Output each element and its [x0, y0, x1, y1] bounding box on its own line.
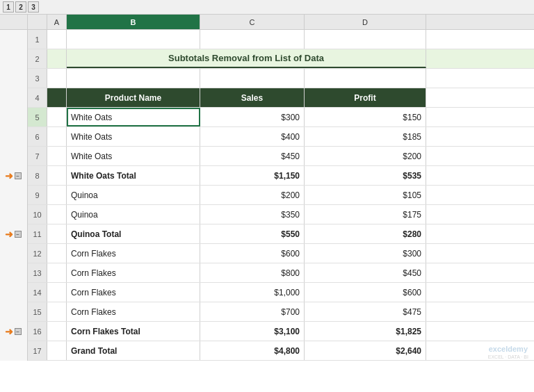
cell-17c[interactable]: $4,800 [200, 341, 305, 360]
cell-6a[interactable] [47, 127, 67, 146]
row-indicators: ➜ − ➜ − ➜ − [0, 30, 27, 361]
cell-17d[interactable]: $2,640 [305, 341, 426, 360]
cell-5d[interactable]: $150 [305, 108, 426, 126]
cell-11b[interactable]: Quinoa Total [67, 224, 200, 243]
cell-4d-header[interactable]: Profit [305, 88, 426, 107]
collapse-btn-16[interactable]: − [15, 328, 22, 335]
cell-2a[interactable] [47, 49, 67, 68]
left-panel: ➜ − ➜ − ➜ − [0, 15, 28, 361]
cell-6b[interactable]: White Oats [67, 127, 200, 146]
cell-14d[interactable]: $600 [305, 283, 426, 302]
row-ind-8: ➜ − [0, 166, 27, 186]
cell-7c[interactable]: $450 [200, 147, 305, 165]
row-num-16: 16 [28, 322, 47, 341]
cell-14c[interactable]: $1,000 [200, 283, 305, 302]
row-6: 6 White Oats $400 $185 [28, 127, 534, 147]
col-header-c[interactable]: C [200, 15, 305, 29]
row-12: 12 Corn Flakes $600 $300 [28, 244, 534, 263]
col-header-a[interactable]: A [47, 15, 67, 29]
collapse-btn-11[interactable]: − [15, 231, 22, 238]
outline-level-1[interactable]: 1 [3, 1, 14, 13]
cell-11d[interactable]: $280 [305, 224, 426, 243]
cell-5c[interactable]: $300 [200, 108, 305, 126]
cell-8b[interactable]: White Oats Total [67, 166, 200, 185]
cell-3d[interactable] [305, 69, 426, 88]
row-16: 16 Corn Flakes Total $3,100 $1,825 [28, 322, 534, 341]
row-8: 8 White Oats Total $1,150 $535 [28, 166, 534, 186]
cell-13a[interactable] [47, 263, 67, 282]
cell-17a[interactable] [47, 341, 67, 360]
col-header-d[interactable]: D [305, 15, 426, 29]
cell-7d[interactable]: $200 [305, 147, 426, 165]
cell-1d[interactable] [305, 30, 426, 49]
cell-15b[interactable]: Corn Flakes [67, 302, 200, 321]
row-num-17: 17 [28, 341, 47, 360]
cell-2b-title[interactable]: Subtotals Removal from List of Data [67, 49, 426, 68]
row-13: 13 Corn Flakes $800 $450 [28, 263, 534, 283]
cell-6c[interactable]: $400 [200, 127, 305, 146]
cell-5b[interactable]: White Oats [67, 108, 200, 126]
row-ind-6 [0, 127, 27, 147]
cell-3b[interactable] [67, 69, 200, 88]
cell-9a[interactable] [47, 186, 67, 204]
row-ind-11: ➜ − [0, 224, 27, 244]
cell-13d[interactable]: $450 [305, 263, 426, 282]
row-num-6: 6 [28, 127, 47, 146]
cell-5a[interactable] [47, 108, 67, 126]
spacer-rows-1-4 [0, 30, 27, 108]
col-header-b[interactable]: B [67, 15, 200, 29]
collapse-btn-8[interactable]: − [15, 172, 22, 179]
cell-13c[interactable]: $800 [200, 263, 305, 282]
cell-3c[interactable] [200, 69, 305, 88]
cell-10d[interactable]: $175 [305, 205, 426, 224]
cell-9b[interactable]: Quinoa [67, 186, 200, 204]
cell-12b[interactable]: Corn Flakes [67, 244, 200, 263]
row-17: 17 Grand Total $4,800 $2,640 exceldemy E… [28, 341, 534, 361]
cell-12c[interactable]: $600 [200, 244, 305, 263]
cell-16d[interactable]: $1,825 [305, 322, 426, 341]
watermark: exceldemy EXCEL · DATA · BI [488, 344, 528, 360]
cell-17b[interactable]: Grand Total [67, 341, 200, 360]
cell-4a[interactable] [47, 88, 67, 107]
cell-15c[interactable]: $700 [200, 302, 305, 321]
row-header-spacer [0, 15, 27, 30]
cell-13b[interactable]: Corn Flakes [67, 263, 200, 282]
cell-7b[interactable]: White Oats [67, 147, 200, 165]
row-num-5: 5 [28, 108, 47, 126]
cell-3a[interactable] [47, 69, 67, 88]
cell-16c[interactable]: $3,100 [200, 322, 305, 341]
cell-8d[interactable]: $535 [305, 166, 426, 185]
row-num-9: 9 [28, 186, 47, 204]
cell-16b[interactable]: Corn Flakes Total [67, 322, 200, 341]
cell-15a[interactable] [47, 302, 67, 321]
cell-10b[interactable]: Quinoa [67, 205, 200, 224]
cell-8a[interactable] [47, 166, 67, 185]
outline-level-2[interactable]: 2 [15, 1, 26, 13]
row-ind-12 [0, 244, 27, 263]
cell-9d[interactable]: $105 [305, 186, 426, 204]
cell-15d[interactable]: $475 [305, 302, 426, 321]
cell-16a[interactable] [47, 322, 67, 341]
cell-1b[interactable] [67, 30, 200, 49]
cell-10a[interactable] [47, 205, 67, 224]
row-ind-9 [0, 186, 27, 205]
cell-4c-header[interactable]: Sales [200, 88, 305, 107]
cell-10c[interactable]: $350 [200, 205, 305, 224]
cell-14a[interactable] [47, 283, 67, 302]
row-num-1: 1 [28, 30, 47, 49]
cell-12a[interactable] [47, 244, 67, 263]
cell-9c[interactable]: $200 [200, 186, 305, 204]
cell-12d[interactable]: $300 [305, 244, 426, 263]
cell-6d[interactable]: $185 [305, 127, 426, 146]
cell-8c[interactable]: $1,150 [200, 166, 305, 185]
outline-level-3[interactable]: 3 [28, 1, 39, 13]
cell-7a[interactable] [47, 147, 67, 165]
cell-11c[interactable]: $550 [200, 224, 305, 243]
cell-4b-header[interactable]: Product Name [67, 88, 200, 107]
cell-14b[interactable]: Corn Flakes [67, 283, 200, 302]
cell-11a[interactable] [47, 224, 67, 243]
cell-1a[interactable] [47, 30, 67, 49]
row-num-2: 2 [28, 49, 47, 68]
row-num-12: 12 [28, 244, 47, 263]
cell-1c[interactable] [200, 30, 305, 49]
